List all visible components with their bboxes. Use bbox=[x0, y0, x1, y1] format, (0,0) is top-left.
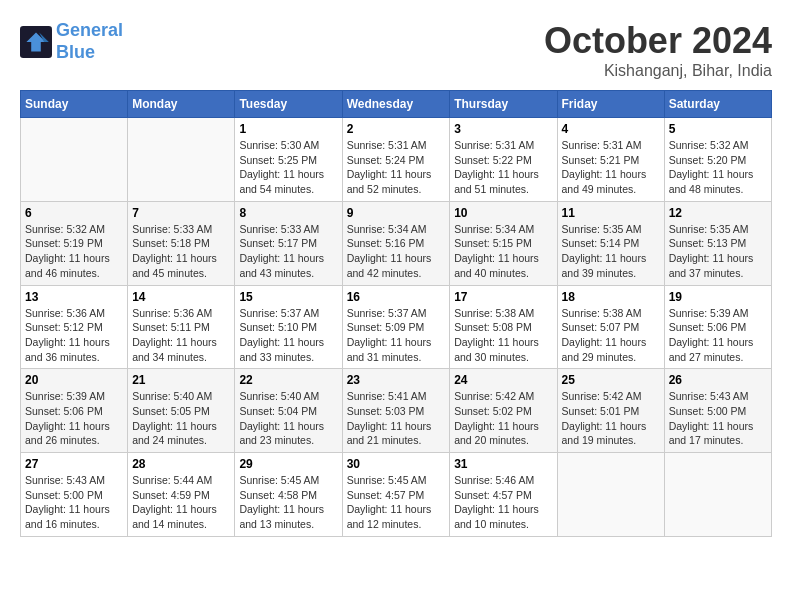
calendar: SundayMondayTuesdayWednesdayThursdayFrid… bbox=[20, 90, 772, 537]
day-info: Sunrise: 5:44 AM Sunset: 4:59 PM Dayligh… bbox=[132, 473, 230, 532]
day-number: 29 bbox=[239, 457, 337, 471]
day-number: 24 bbox=[454, 373, 552, 387]
location: Kishanganj, Bihar, India bbox=[544, 62, 772, 80]
day-info: Sunrise: 5:38 AM Sunset: 5:08 PM Dayligh… bbox=[454, 306, 552, 365]
day-info: Sunrise: 5:34 AM Sunset: 5:16 PM Dayligh… bbox=[347, 222, 446, 281]
day-number: 31 bbox=[454, 457, 552, 471]
week-row-3: 13Sunrise: 5:36 AM Sunset: 5:12 PM Dayli… bbox=[21, 285, 772, 369]
calendar-cell bbox=[664, 453, 771, 537]
day-number: 6 bbox=[25, 206, 123, 220]
calendar-cell: 15Sunrise: 5:37 AM Sunset: 5:10 PM Dayli… bbox=[235, 285, 342, 369]
week-row-4: 20Sunrise: 5:39 AM Sunset: 5:06 PM Dayli… bbox=[21, 369, 772, 453]
day-number: 8 bbox=[239, 206, 337, 220]
day-info: Sunrise: 5:30 AM Sunset: 5:25 PM Dayligh… bbox=[239, 138, 337, 197]
logo: General Blue bbox=[20, 20, 123, 63]
day-info: Sunrise: 5:40 AM Sunset: 5:04 PM Dayligh… bbox=[239, 389, 337, 448]
calendar-cell: 29Sunrise: 5:45 AM Sunset: 4:58 PM Dayli… bbox=[235, 453, 342, 537]
calendar-cell: 23Sunrise: 5:41 AM Sunset: 5:03 PM Dayli… bbox=[342, 369, 450, 453]
day-info: Sunrise: 5:42 AM Sunset: 5:02 PM Dayligh… bbox=[454, 389, 552, 448]
week-row-5: 27Sunrise: 5:43 AM Sunset: 5:00 PM Dayli… bbox=[21, 453, 772, 537]
day-number: 16 bbox=[347, 290, 446, 304]
day-number: 13 bbox=[25, 290, 123, 304]
calendar-cell: 20Sunrise: 5:39 AM Sunset: 5:06 PM Dayli… bbox=[21, 369, 128, 453]
day-number: 3 bbox=[454, 122, 552, 136]
calendar-cell: 21Sunrise: 5:40 AM Sunset: 5:05 PM Dayli… bbox=[128, 369, 235, 453]
day-info: Sunrise: 5:43 AM Sunset: 5:00 PM Dayligh… bbox=[669, 389, 767, 448]
calendar-cell: 9Sunrise: 5:34 AM Sunset: 5:16 PM Daylig… bbox=[342, 201, 450, 285]
day-info: Sunrise: 5:43 AM Sunset: 5:00 PM Dayligh… bbox=[25, 473, 123, 532]
day-number: 23 bbox=[347, 373, 446, 387]
day-info: Sunrise: 5:46 AM Sunset: 4:57 PM Dayligh… bbox=[454, 473, 552, 532]
day-info: Sunrise: 5:31 AM Sunset: 5:24 PM Dayligh… bbox=[347, 138, 446, 197]
day-info: Sunrise: 5:37 AM Sunset: 5:10 PM Dayligh… bbox=[239, 306, 337, 365]
calendar-cell: 5Sunrise: 5:32 AM Sunset: 5:20 PM Daylig… bbox=[664, 118, 771, 202]
week-row-2: 6Sunrise: 5:32 AM Sunset: 5:19 PM Daylig… bbox=[21, 201, 772, 285]
day-number: 15 bbox=[239, 290, 337, 304]
day-number: 30 bbox=[347, 457, 446, 471]
weekday-header-friday: Friday bbox=[557, 91, 664, 118]
logo-line1: General bbox=[56, 20, 123, 40]
calendar-cell: 4Sunrise: 5:31 AM Sunset: 5:21 PM Daylig… bbox=[557, 118, 664, 202]
day-number: 17 bbox=[454, 290, 552, 304]
calendar-cell bbox=[557, 453, 664, 537]
day-info: Sunrise: 5:40 AM Sunset: 5:05 PM Dayligh… bbox=[132, 389, 230, 448]
calendar-cell: 6Sunrise: 5:32 AM Sunset: 5:19 PM Daylig… bbox=[21, 201, 128, 285]
day-info: Sunrise: 5:34 AM Sunset: 5:15 PM Dayligh… bbox=[454, 222, 552, 281]
weekday-header-monday: Monday bbox=[128, 91, 235, 118]
day-number: 10 bbox=[454, 206, 552, 220]
calendar-cell bbox=[128, 118, 235, 202]
day-info: Sunrise: 5:35 AM Sunset: 5:14 PM Dayligh… bbox=[562, 222, 660, 281]
calendar-cell: 1Sunrise: 5:30 AM Sunset: 5:25 PM Daylig… bbox=[235, 118, 342, 202]
calendar-cell: 14Sunrise: 5:36 AM Sunset: 5:11 PM Dayli… bbox=[128, 285, 235, 369]
day-info: Sunrise: 5:38 AM Sunset: 5:07 PM Dayligh… bbox=[562, 306, 660, 365]
logo-text: General Blue bbox=[56, 20, 123, 63]
weekday-header-saturday: Saturday bbox=[664, 91, 771, 118]
weekday-header-thursday: Thursday bbox=[450, 91, 557, 118]
day-number: 21 bbox=[132, 373, 230, 387]
calendar-cell: 8Sunrise: 5:33 AM Sunset: 5:17 PM Daylig… bbox=[235, 201, 342, 285]
day-number: 1 bbox=[239, 122, 337, 136]
day-info: Sunrise: 5:32 AM Sunset: 5:19 PM Dayligh… bbox=[25, 222, 123, 281]
day-number: 4 bbox=[562, 122, 660, 136]
weekday-header-row: SundayMondayTuesdayWednesdayThursdayFrid… bbox=[21, 91, 772, 118]
day-info: Sunrise: 5:39 AM Sunset: 5:06 PM Dayligh… bbox=[669, 306, 767, 365]
week-row-1: 1Sunrise: 5:30 AM Sunset: 5:25 PM Daylig… bbox=[21, 118, 772, 202]
calendar-cell: 16Sunrise: 5:37 AM Sunset: 5:09 PM Dayli… bbox=[342, 285, 450, 369]
calendar-cell: 19Sunrise: 5:39 AM Sunset: 5:06 PM Dayli… bbox=[664, 285, 771, 369]
calendar-cell: 13Sunrise: 5:36 AM Sunset: 5:12 PM Dayli… bbox=[21, 285, 128, 369]
calendar-cell: 22Sunrise: 5:40 AM Sunset: 5:04 PM Dayli… bbox=[235, 369, 342, 453]
day-number: 14 bbox=[132, 290, 230, 304]
logo-line2: Blue bbox=[56, 42, 95, 62]
day-number: 26 bbox=[669, 373, 767, 387]
day-info: Sunrise: 5:31 AM Sunset: 5:21 PM Dayligh… bbox=[562, 138, 660, 197]
day-info: Sunrise: 5:32 AM Sunset: 5:20 PM Dayligh… bbox=[669, 138, 767, 197]
calendar-cell: 26Sunrise: 5:43 AM Sunset: 5:00 PM Dayli… bbox=[664, 369, 771, 453]
calendar-cell: 27Sunrise: 5:43 AM Sunset: 5:00 PM Dayli… bbox=[21, 453, 128, 537]
day-number: 22 bbox=[239, 373, 337, 387]
weekday-header-wednesday: Wednesday bbox=[342, 91, 450, 118]
day-info: Sunrise: 5:36 AM Sunset: 5:12 PM Dayligh… bbox=[25, 306, 123, 365]
page-header: General Blue October 2024 Kishanganj, Bi… bbox=[20, 20, 772, 80]
calendar-cell: 3Sunrise: 5:31 AM Sunset: 5:22 PM Daylig… bbox=[450, 118, 557, 202]
weekday-header-tuesday: Tuesday bbox=[235, 91, 342, 118]
day-info: Sunrise: 5:35 AM Sunset: 5:13 PM Dayligh… bbox=[669, 222, 767, 281]
day-number: 20 bbox=[25, 373, 123, 387]
day-number: 5 bbox=[669, 122, 767, 136]
weekday-header-sunday: Sunday bbox=[21, 91, 128, 118]
day-number: 25 bbox=[562, 373, 660, 387]
day-number: 28 bbox=[132, 457, 230, 471]
logo-icon bbox=[20, 26, 52, 58]
day-number: 9 bbox=[347, 206, 446, 220]
day-number: 12 bbox=[669, 206, 767, 220]
day-number: 2 bbox=[347, 122, 446, 136]
calendar-cell: 25Sunrise: 5:42 AM Sunset: 5:01 PM Dayli… bbox=[557, 369, 664, 453]
day-info: Sunrise: 5:42 AM Sunset: 5:01 PM Dayligh… bbox=[562, 389, 660, 448]
calendar-cell: 12Sunrise: 5:35 AM Sunset: 5:13 PM Dayli… bbox=[664, 201, 771, 285]
day-info: Sunrise: 5:37 AM Sunset: 5:09 PM Dayligh… bbox=[347, 306, 446, 365]
day-info: Sunrise: 5:41 AM Sunset: 5:03 PM Dayligh… bbox=[347, 389, 446, 448]
calendar-cell: 30Sunrise: 5:45 AM Sunset: 4:57 PM Dayli… bbox=[342, 453, 450, 537]
calendar-cell: 7Sunrise: 5:33 AM Sunset: 5:18 PM Daylig… bbox=[128, 201, 235, 285]
day-number: 18 bbox=[562, 290, 660, 304]
calendar-cell: 28Sunrise: 5:44 AM Sunset: 4:59 PM Dayli… bbox=[128, 453, 235, 537]
day-info: Sunrise: 5:45 AM Sunset: 4:57 PM Dayligh… bbox=[347, 473, 446, 532]
